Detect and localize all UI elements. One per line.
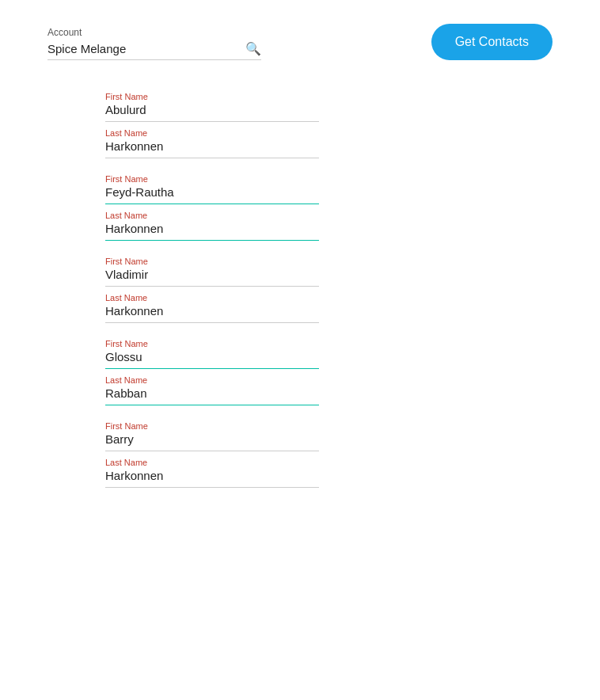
last-name-label: Last Name <box>105 293 553 302</box>
first-name-value: Glossu <box>105 350 319 369</box>
contact-block: First NameFeyd-RauthaLast NameHarkonnen <box>105 174 553 241</box>
first-name-group: First NameFeyd-Rautha <box>105 174 553 204</box>
account-input[interactable] <box>47 42 245 55</box>
header: Account 🔍 Get Contacts <box>0 0 600 76</box>
first-name-group: First NameAbulurd <box>105 92 553 122</box>
first-name-label: First Name <box>105 257 553 266</box>
last-name-label: Last Name <box>105 458 553 467</box>
contact-block: First NameAbulurdLast NameHarkonnen <box>105 92 553 158</box>
last-name-label: Last Name <box>105 128 553 138</box>
contact-block: First NameBarryLast NameHarkonnen <box>105 421 553 488</box>
last-name-group: Last NameHarkonnen <box>105 458 553 488</box>
last-name-group: Last NameHarkonnen <box>105 211 553 241</box>
first-name-value: Vladimir <box>105 268 319 287</box>
last-name-value: Harkonnen <box>105 139 319 158</box>
first-name-label: First Name <box>105 92 553 101</box>
first-name-value: Feyd-Rautha <box>105 185 319 204</box>
last-name-label: Last Name <box>105 375 553 385</box>
first-name-label: First Name <box>105 421 553 431</box>
first-name-group: First NameVladimir <box>105 257 553 287</box>
first-name-group: First NameBarry <box>105 421 553 451</box>
account-label: Account <box>47 27 261 38</box>
last-name-value: Rabban <box>105 386 319 405</box>
last-name-group: Last NameRabban <box>105 375 553 405</box>
last-name-value: Harkonnen <box>105 222 319 241</box>
contact-block: First NameVladimirLast NameHarkonnen <box>105 257 553 323</box>
last-name-value: Harkonnen <box>105 469 319 488</box>
get-contacts-button[interactable]: Get Contacts <box>431 24 553 60</box>
last-name-group: Last NameHarkonnen <box>105 128 553 158</box>
contact-block: First NameGlossuLast NameRabban <box>105 339 553 405</box>
first-name-label: First Name <box>105 174 553 184</box>
account-input-wrapper: 🔍 <box>47 41 261 60</box>
first-name-value: Abulurd <box>105 103 319 122</box>
last-name-value: Harkonnen <box>105 304 319 323</box>
first-name-value: Barry <box>105 432 319 451</box>
first-name-group: First NameGlossu <box>105 339 553 369</box>
last-name-label: Last Name <box>105 211 553 220</box>
contacts-list: First NameAbulurdLast NameHarkonnenFirst… <box>0 76 600 535</box>
first-name-label: First Name <box>105 339 553 348</box>
last-name-group: Last NameHarkonnen <box>105 293 553 323</box>
account-section: Account 🔍 <box>47 27 261 60</box>
search-icon[interactable]: 🔍 <box>245 41 261 56</box>
